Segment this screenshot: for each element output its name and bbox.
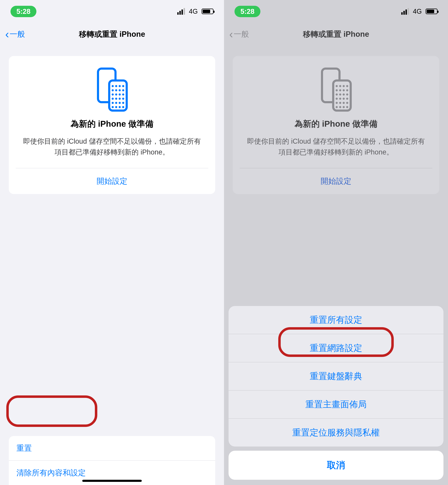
chevron-left-icon: ‹ [229,29,233,40]
svg-point-30 [343,85,345,87]
svg-point-39 [346,93,348,95]
svg-point-18 [112,102,114,104]
svg-point-35 [346,89,348,91]
start-setup-button: 開始設定 [233,168,439,194]
svg-point-31 [346,85,348,87]
svg-point-20 [119,102,121,104]
back-label: 一般 [234,29,249,39]
svg-point-28 [336,85,338,87]
card-title: 為新的 iPhone 做準備 [233,118,439,129]
reset-row[interactable]: 重置 [9,436,215,461]
svg-point-3 [115,85,117,87]
back-label: 一般 [10,29,25,39]
status-time-pill[interactable]: 5:28 [234,6,260,17]
devices-icon [9,66,215,112]
card-title: 為新的 iPhone 做準備 [9,118,215,129]
svg-point-14 [112,98,114,100]
svg-point-16 [119,98,121,100]
svg-point-49 [339,106,341,108]
svg-point-51 [346,106,348,108]
svg-point-41 [339,98,341,100]
svg-point-10 [112,93,114,95]
svg-point-38 [343,93,345,95]
reset-action-sheet: 重置所有設定 重置網路設定 重置鍵盤辭典 重置主畫面佈局 重置定位服務與隱私權 … [229,306,443,480]
back-button: ‹ 一般 [229,29,249,40]
svg-point-36 [336,93,338,95]
prepare-card: 為新的 iPhone 做準備 即使你目前的 iCloud 儲存空間不足以備份，也… [9,56,215,194]
svg-point-33 [339,89,341,91]
sheet-option-reset-keyboard[interactable]: 重置鍵盤辭典 [229,362,443,390]
page-title: 移轉或重置 iPhone [224,29,448,39]
svg-point-11 [115,93,117,95]
svg-point-29 [339,85,341,87]
chevron-left-icon: ‹ [5,29,9,40]
svg-point-44 [336,102,338,104]
svg-point-15 [115,98,117,100]
status-right: 4G [177,8,214,15]
start-setup-button[interactable]: 開始設定 [9,168,215,194]
svg-point-4 [119,85,121,87]
sheet-options-group: 重置所有設定 重置網路設定 重置鍵盤辭典 重置主畫面佈局 重置定位服務與隱私權 [229,306,443,446]
svg-point-48 [336,106,338,108]
svg-point-25 [122,106,124,108]
nav-bar: ‹ 一般 移轉或重置 iPhone [224,23,448,46]
svg-point-24 [119,106,121,108]
svg-point-7 [115,89,117,91]
network-label: 4G [189,8,198,15]
svg-point-5 [122,85,124,87]
status-time-pill[interactable]: 5:28 [10,6,36,17]
card-description: 即使你目前的 iCloud 儲存空間不足以備份，也請確定所有項目都已準備好移轉到… [233,136,439,168]
sheet-option-reset-network[interactable]: 重置網路設定 [229,334,443,362]
sheet-cancel-button[interactable]: 取消 [229,451,443,480]
svg-point-37 [339,93,341,95]
network-label: 4G [413,8,422,15]
bottom-list: 重置 清除所有內容和設定 [0,436,224,485]
svg-point-45 [339,102,341,104]
svg-point-19 [115,102,117,104]
sheet-option-reset-all[interactable]: 重置所有設定 [229,306,443,334]
svg-rect-27 [333,80,351,111]
svg-point-46 [343,102,345,104]
screenshot-right: 5:28 4G ‹ 一般 移轉或重置 iPhone [224,0,448,485]
battery-icon [202,8,214,14]
svg-point-9 [122,89,124,91]
screenshot-left: 5:28 4G ‹ 一般 移轉或重置 iPhone [0,0,224,485]
signal-icon [401,8,409,15]
svg-point-22 [112,106,114,108]
status-bar: 5:28 4G [224,0,448,23]
svg-point-47 [346,102,348,104]
svg-point-21 [122,102,124,104]
sheet-option-reset-location-privacy[interactable]: 重置定位服務與隱私權 [229,419,443,446]
card-description: 即使你目前的 iCloud 儲存空間不足以備份，也請確定所有項目都已準備好移轉到… [9,136,215,168]
svg-point-12 [119,93,121,95]
prepare-card: 為新的 iPhone 做準備 即使你目前的 iCloud 儲存空間不足以備份，也… [233,56,439,194]
svg-point-17 [122,98,124,100]
annotation-circle [6,395,97,427]
svg-point-32 [336,89,338,91]
svg-point-8 [119,89,121,91]
home-indicator [82,480,142,482]
svg-point-34 [343,89,345,91]
status-bar: 5:28 4G [0,0,224,23]
back-button[interactable]: ‹ 一般 [5,29,25,40]
devices-icon [233,66,439,112]
svg-point-40 [336,98,338,100]
svg-rect-1 [109,80,127,111]
svg-point-50 [343,106,345,108]
svg-point-23 [115,106,117,108]
page-title: 移轉或重置 iPhone [0,29,224,39]
svg-point-2 [112,85,114,87]
battery-icon [426,8,438,14]
sheet-option-reset-home-layout[interactable]: 重置主畫面佈局 [229,390,443,419]
svg-point-13 [122,93,124,95]
svg-point-6 [112,89,114,91]
svg-point-42 [343,98,345,100]
svg-point-43 [346,98,348,100]
signal-icon [177,8,185,15]
nav-bar: ‹ 一般 移轉或重置 iPhone [0,23,224,46]
status-right: 4G [401,8,438,15]
